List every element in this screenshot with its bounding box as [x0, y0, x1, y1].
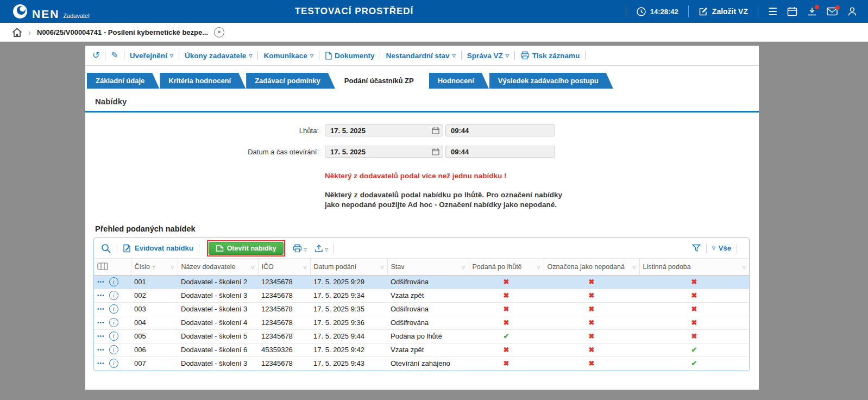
row-actions-icon[interactable]: ••• — [97, 320, 105, 326]
cell-nepodana — [544, 343, 639, 357]
tab-zadavaci-podminky[interactable]: Zadávací podmínky — [246, 73, 335, 89]
breadcrumb-item[interactable]: N006/25/V00004741 - Posílení kybernetick… — [37, 28, 208, 36]
table-row[interactable]: •••i 004 Dodavatel - školení 4 12345678 … — [94, 316, 749, 329]
mail-icon[interactable] — [827, 7, 838, 16]
tab-vysledek-zadavaciho-postupu[interactable]: Výsledek zadávacího postupu — [489, 73, 613, 89]
divider — [380, 51, 380, 60]
toolbar-item-dokumenty[interactable]: Dokumenty — [325, 52, 375, 60]
sort-asc-icon[interactable]: ↑ — [152, 263, 156, 271]
cell-po-lhute — [469, 357, 544, 370]
filter-all-dropdown[interactable]: ▽ Vše — [712, 244, 731, 252]
grid-toolbar: Evidovat nabídku Otevřít nabídky ▽ — [94, 238, 749, 259]
column-header-nazev[interactable]: Název dodavatele▽ — [178, 259, 258, 275]
table-row[interactable]: •••i 005 Dodavatel - školení 5 12345678 … — [94, 329, 749, 343]
cell-cislo: 003 — [131, 302, 178, 316]
download-icon[interactable] — [807, 7, 817, 16]
print-icon[interactable] — [293, 244, 302, 253]
tab-podani-ucastniku-zp[interactable]: Podání účastníků ZP — [336, 73, 429, 89]
column-filter-icon[interactable]: ▽ — [632, 265, 636, 270]
close-record-icon[interactable]: ✕ — [214, 27, 224, 38]
export-icon[interactable] — [315, 244, 323, 253]
tab-kriteria-hodnoceni[interactable]: Kritéria hodnocení — [160, 73, 246, 89]
table-row[interactable]: •••i 006 Dodavatel - školení 6 45359326 … — [94, 343, 749, 357]
app-logo[interactable]: NEN Zadavatel — [12, 3, 90, 20]
toolbar-item-nestandardni-stav[interactable]: Nestandardní stav ▽ — [386, 52, 455, 60]
column-filter-icon[interactable]: ▽ — [303, 265, 306, 270]
row-actions-icon[interactable]: ••• — [97, 279, 105, 285]
column-header-cislo[interactable]: Číslo ↑ ▽ — [131, 259, 178, 275]
row-actions-icon[interactable]: ••• — [97, 333, 105, 339]
toolbar-item-uverejneni[interactable]: Uveřejnění ▽ — [130, 52, 173, 60]
info-icon[interactable]: i — [109, 332, 118, 341]
page-background: ↺ ✎ Uveřejnění ▽ Úkony zadavatele ▽ Komu… — [0, 42, 868, 390]
column-filter-icon[interactable]: ▽ — [171, 265, 174, 270]
calendar-icon[interactable] — [787, 7, 797, 16]
toolbar-item-sprava-vz[interactable]: Správa VZ ▽ — [467, 52, 509, 60]
document-edit-icon — [123, 244, 131, 253]
table-row[interactable]: •••i 001 Dodavatel - školení 2 12345678 … — [94, 275, 749, 289]
column-filter-icon[interactable]: ▽ — [380, 265, 383, 270]
chevron-down-icon[interactable]: ▽ — [325, 247, 328, 252]
create-vz-button[interactable]: Založit VZ — [699, 7, 748, 16]
column-filter-icon[interactable]: ▽ — [462, 265, 465, 270]
row-actions-icon[interactable]: ••• — [97, 360, 105, 366]
calendar-icon[interactable] — [432, 127, 439, 134]
divider — [117, 243, 117, 253]
column-settings-header[interactable] — [94, 259, 131, 275]
row-actions-icon[interactable]: ••• — [97, 306, 105, 312]
history-icon[interactable]: ↺ — [92, 51, 99, 60]
cell-ico: 12345678 — [258, 275, 310, 289]
column-header-nepodana[interactable]: Označena jako nepodaná▽ — [544, 259, 639, 275]
column-filter-icon[interactable]: ▽ — [251, 265, 254, 270]
chevron-down-icon[interactable]: ▽ — [304, 247, 307, 252]
column-header-po-lhute[interactable]: Podaná po lhůtě▽ — [469, 259, 544, 275]
info-icon[interactable]: i — [109, 318, 118, 327]
toolbar-item-ukony-zadavatele[interactable]: Úkony zadavatele ▽ — [185, 52, 252, 60]
record-toolbar: ↺ ✎ Uveřejnění ▽ Úkony zadavatele ▽ Komu… — [85, 46, 759, 66]
column-header-stav[interactable]: Stav▽ — [387, 259, 469, 275]
oteviranie-date-input[interactable]: 17. 5. 2025 — [325, 146, 443, 158]
row-actions-icon[interactable]: ••• — [97, 292, 105, 298]
row-actions-icon[interactable]: ••• — [97, 347, 105, 353]
info-icon[interactable]: i — [109, 277, 118, 286]
cell-ico: 45359326 — [258, 343, 310, 357]
user-icon[interactable] — [847, 7, 857, 16]
info-icon[interactable]: i — [109, 291, 118, 300]
tab-zakladni-udaje[interactable]: Základní údaje — [87, 73, 159, 89]
cell-listinna — [639, 357, 749, 370]
column-settings-icon[interactable] — [97, 262, 108, 270]
oteviranie-time-input[interactable]: 09:44 — [445, 146, 555, 158]
edit-icon[interactable]: ✎ — [111, 51, 118, 60]
lhuta-date-input[interactable]: 17. 5. 2025 — [325, 124, 443, 136]
info-icon[interactable]: i — [109, 304, 118, 314]
info-icon[interactable]: i — [109, 345, 118, 354]
cell-datum: 17. 5. 2025 9:36 — [310, 316, 387, 329]
menu-icon[interactable]: ☰ — [768, 7, 777, 17]
register-offer-button[interactable]: Evidovat nabídku — [123, 244, 193, 253]
info-icon[interactable]: i — [109, 359, 118, 368]
table-row[interactable]: •••i 002 Dodavatel - školení 3 12345678 … — [94, 289, 749, 302]
column-filter-icon[interactable]: ▽ — [743, 265, 746, 270]
column-header-datum[interactable]: Datum podání▽ — [310, 259, 387, 275]
cell-stav: Otevírání zahájeno — [387, 357, 469, 370]
open-offers-button[interactable]: Otevřít nabídky — [209, 242, 284, 255]
toolbar-item-komunikace[interactable]: Komunikace ▽ — [263, 52, 313, 60]
table-row[interactable]: •••i 007 Dodavatel - školení 3 12345678 … — [94, 357, 749, 370]
column-header-listinna[interactable]: Listinná podoba▽ — [639, 259, 749, 275]
create-vz-label: Založit VZ — [712, 7, 748, 16]
toolbar-item-tisk-zaznamu[interactable]: Tisk záznamu — [520, 51, 580, 60]
cell-cislo: 004 — [131, 316, 178, 329]
tab-hodnoceni[interactable]: Hodnocení — [429, 73, 489, 89]
cell-cislo: 007 — [131, 357, 178, 370]
status-mark-icon — [589, 332, 595, 340]
column-filter-icon[interactable]: ▽ — [537, 265, 540, 270]
search-icon[interactable] — [100, 243, 111, 254]
column-header-ico[interactable]: IČO▽ — [258, 259, 310, 275]
home-icon[interactable] — [12, 28, 22, 37]
calendar-icon[interactable] — [432, 148, 439, 155]
lhuta-time-input[interactable]: 09:44 — [445, 124, 555, 136]
table-row[interactable]: •••i 003 Dodavatel - školení 3 12345678 … — [94, 302, 749, 316]
status-mark-icon — [589, 359, 595, 367]
filter-icon[interactable] — [692, 244, 701, 252]
status-mark-icon — [691, 305, 697, 313]
